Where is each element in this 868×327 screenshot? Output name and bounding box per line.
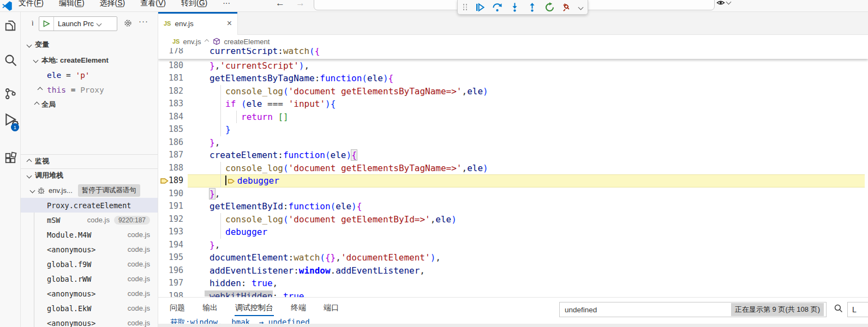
stack-frame-row[interactable]: global.EkWcode.js [21,301,158,316]
menu-item-f[interactable]: 文件(F) [19,0,44,8]
code-line-186[interactable]: 186}, [158,136,868,149]
js-file-icon: JS [172,38,179,45]
line-number: 197 [166,277,183,290]
frame-name: <anonymous> [47,289,95,298]
drag-handle-icon[interactable] [463,4,468,10]
panel-scrollbar[interactable] [158,324,868,327]
restart-button[interactable] [544,1,556,13]
js-file-icon: JS [164,20,171,27]
stack-frame-row[interactable]: <anonymous>code.js [21,286,158,301]
menu-item-g[interactable]: 转到(G) [181,0,207,8]
watch-header-label: 监视 [35,156,49,166]
debug-session-row[interactable]: env.js... 暂停于调试器语句 [21,183,158,197]
chevron-down-icon[interactable] [578,4,583,10]
tab-env-js[interactable]: JS env.js × [158,12,238,35]
gear-icon[interactable] [123,19,133,28]
step-into-button[interactable] [509,1,521,13]
watch-section-header[interactable]: 监视 [21,155,158,168]
explorer-icon[interactable] [4,19,17,32]
code-line-185[interactable]: 185} [158,123,868,136]
stack-frame-row[interactable]: global.f9Wcode.js [21,257,158,271]
code-line-187[interactable]: 187createElement:function(ele){ [158,149,868,162]
search-icon[interactable] [4,53,17,66]
line-number: 187 [166,149,183,162]
variables-section-header[interactable]: 变量 [21,38,158,51]
panel-tab-输出[interactable]: 输出 [202,301,218,315]
frame-name: global.f9W [47,260,91,269]
step-over-button[interactable] [492,1,504,13]
frame-name: Proxy.createElement [47,201,131,210]
line-number: 188 [166,162,183,175]
code-line-196[interactable]: 196addEventListener:window.addEventListe… [158,264,868,277]
code-line-195[interactable]: 195documentElement:watch({},'documentEle… [158,251,868,264]
line-number: 189 [166,174,183,187]
frame-file: code.js [128,231,150,239]
code-line-190[interactable]: 190}, [158,187,868,201]
variables-tree: 本地: createElement ele = 'p'this = Proxy … [21,53,158,112]
menu-item-s[interactable]: 选择(S) [100,0,125,8]
panel-tab-问题[interactable]: 问题 [169,301,185,315]
code-line-180[interactable]: 180},'currentScript'), [158,59,868,72]
stack-frame-row[interactable]: global.rWWcode.js [21,271,158,286]
callstack-frames: Proxy.createElementmSWcode.js9220:187Mod… [21,198,158,327]
text-cursor [225,175,226,185]
variable-row-ele[interactable]: ele = 'p' [21,68,158,82]
menu-item-v[interactable]: 查看(V) [140,0,166,8]
code-line-189[interactable]: 189debugger [158,174,868,187]
step-out-button[interactable] [526,1,538,13]
code-line-188[interactable]: 188console_log('document getElementsByTa… [158,162,868,175]
scope-local-row[interactable]: 本地: createElement [21,53,158,68]
menu-item-more[interactable]: ··· [223,0,230,8]
panel-tab-调试控制台[interactable]: 调试控制台 [235,301,274,315]
code-line-191[interactable]: 191getElementById:function(ele){ [158,200,868,213]
menu-item-e[interactable]: 编辑(E) [59,0,85,8]
stack-frame-row[interactable]: <anonymous>code.js [21,242,158,257]
continue-button[interactable] [474,1,486,13]
frame-name: global.rWW [47,275,91,283]
code-line-182[interactable]: 182console_log('document getElementsByTa… [158,85,868,98]
stack-frame-row[interactable]: Module.M4Wcode.js [21,227,158,242]
stack-frame-row[interactable]: <anonymous>code.js [21,316,158,327]
nav-forward-icon[interactable]: → [296,0,305,9]
launch-config-dropdown[interactable]: Launch Prc [39,16,117,31]
breadcrumb-file[interactable]: env.js [183,38,201,46]
code-line-178[interactable]: 178currentScript:watch({ [158,48,868,59]
code-line-183[interactable]: 183if (ele === 'input'){ [158,98,868,111]
panel-tab-端口[interactable]: 端口 [323,301,339,315]
debug-sidebar: ì Launch Prc ··· 变量 本地: createElement el… [21,12,158,327]
search-icon[interactable] [834,304,843,313]
bug-icon [37,186,45,195]
scope-global-row[interactable]: 全局 [21,97,158,112]
callstack-section-header[interactable]: 调用堆栈 [21,169,158,182]
code-line-192[interactable]: 192console_log('document getElementById=… [158,213,868,226]
line-number: 191 [166,200,183,213]
horizontal-scrollbar[interactable] [205,290,273,296]
start-debug-icon[interactable] [43,20,50,27]
panel-tab-终端[interactable]: 终端 [290,301,307,315]
clipped-button-label: L [852,305,857,314]
console-filter-input[interactable]: undefined 正在显示第 9 页(共 108 页) [559,302,827,317]
line-number: 182 [166,85,183,98]
frame-file: code.js [128,319,150,327]
layout-visibility-control[interactable] [716,0,731,7]
nav-back-icon[interactable]: ← [276,0,285,9]
breadcrumb-symbol[interactable]: createElement [224,38,270,46]
code-editor[interactable]: 178currentScript:watch({180},'currentScr… [158,48,868,297]
clipped-button[interactable]: L [847,302,868,317]
line-number: 185 [166,123,183,136]
variable-row-this[interactable]: this = Proxy [21,82,158,97]
code-line-181[interactable]: 181getElementsByTagName:function(ele){ [158,72,868,85]
activity-bar: 1 [0,12,21,327]
stack-frame-row[interactable]: Proxy.createElement [21,198,158,213]
code-line-184[interactable]: 184return [] [158,111,868,124]
stack-frame-row[interactable]: mSWcode.js9220:187 [21,213,158,227]
source-control-icon[interactable] [4,87,17,100]
disconnect-button[interactable] [561,1,573,13]
eye-icon [716,0,726,7]
more-actions-icon[interactable]: ··· [139,16,148,26]
code-line-194[interactable]: 194}, [158,239,868,252]
extensions-icon[interactable] [4,152,17,165]
code-line-193[interactable]: 193debugger [158,226,868,239]
code-line-197[interactable]: 197hidden: true, [158,277,868,290]
close-icon[interactable]: × [227,19,232,28]
